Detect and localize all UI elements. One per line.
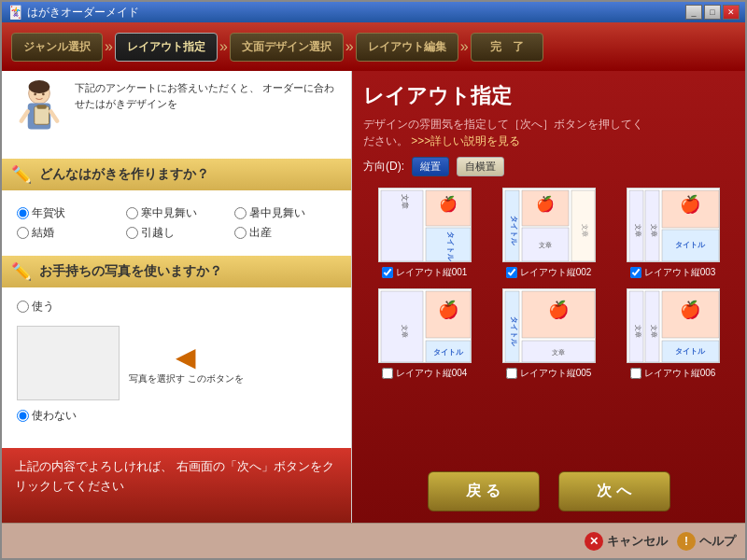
nav-btn-design[interactable]: 文面デザイン選択 [230,33,344,62]
layout-scroll[interactable]: 文章 🍎 タイトル レイアウト縦001 [363,184,734,464]
layout-check-006[interactable] [630,368,641,379]
title-bar: 🃏 はがきオーダーメイド _ □ ✕ [2,2,745,22]
option-use-photo[interactable]: 使う [17,299,336,315]
radio-nengajo[interactable] [17,207,29,219]
bottom-bar: ✕ キャンセル ! ヘルプ [2,523,745,558]
radio-use[interactable] [17,301,29,313]
direction-yoko-button[interactable]: 自横置 [457,157,504,176]
svg-text:文章: 文章 [635,224,641,237]
layout-item-001: 文章 🍎 タイトル レイアウト縦001 [367,188,482,279]
left-scroll-area[interactable]: ✏️ どんなはがきを作りますか？ 年賀状 寒中見舞い [2,155,351,448]
photo-arrow-icon: ◀ [176,342,196,372]
option-no-photo[interactable]: 使わない [17,408,336,424]
svg-text:文章: 文章 [582,224,588,237]
nav-btn-edit[interactable]: レイアウト編集 [356,33,458,62]
direction-row: 方向(D): 縦置 自横置 [363,157,734,176]
help-button[interactable]: ! ヘルプ [677,532,736,551]
svg-text:🍎: 🍎 [438,300,459,320]
cancel-button[interactable]: ✕ キャンセル [585,532,668,551]
layout-item-004: 文章 🍎 タイトル レイアウト縦004 [367,288,482,380]
layout-label-001: レイアウト縦001 [382,266,468,279]
back-button[interactable]: 戻 る [428,471,540,511]
option-kekkon[interactable]: 結婚 [17,225,119,241]
radio-no-use[interactable] [17,410,29,422]
layout-check-001[interactable] [382,267,393,278]
title-bar-left: 🃏 はがきオーダーメイド [7,5,139,21]
svg-text:タイトル: タイトル [446,231,455,262]
right-panel: レイアウト指定 デザインの雰囲気を指定して［次へ］ボタンを押してく ださい。 >… [352,71,745,523]
svg-point-1 [29,80,50,93]
layout-item-003: 文章 文章 🍎 タイトル [615,188,730,279]
bottom-info: 上記の内容でよろしければ、 右画面の「次へ」ボタンをクリックしてください [2,448,351,523]
radio-kekkon[interactable] [17,227,29,239]
maximize-button[interactable]: □ [704,5,721,20]
minimize-button[interactable]: _ [685,5,702,20]
radio-hikkoshi[interactable] [126,227,138,239]
right-title: レイアウト指定 [363,82,734,110]
title-bar-controls: _ □ ✕ [685,5,740,20]
svg-point-6 [42,93,45,96]
close-button[interactable]: ✕ [723,5,740,20]
svg-text:タイトル: タイトル [510,316,518,347]
nav-step-design: 文面デザイン選択 [230,33,344,62]
svg-text:🍎: 🍎 [536,195,555,213]
radio-group-hagaki: 年賀状 寒中見舞い 暑中見舞い 結婚 [17,202,336,245]
svg-line-7 [21,111,28,121]
svg-text:文章: 文章 [539,242,552,248]
svg-text:🍎: 🍎 [439,195,458,213]
direction-tate-button[interactable]: 縦置 [412,157,449,176]
option-hikkoshi[interactable]: 引越し [126,225,228,241]
svg-text:タイトル: タイトル [433,348,464,357]
svg-rect-4 [36,105,47,108]
left-panel: 下記のアンケートにお答えいただくと、 オーダーに合わせたはがきデザインを ✏️ … [2,71,352,523]
svg-line-8 [50,111,57,121]
svg-text:文章: 文章 [651,224,657,237]
radio-kanen[interactable] [126,207,138,219]
photo-btn-text: 写真を選択す このボタンを [129,372,244,385]
photo-box [17,326,120,400]
right-desc: デザインの雰囲気を指定して［次へ］ボタンを押してく ださい。 >>>詳しい説明を… [363,116,734,149]
section2-title: お手持ちの写真を使いますか？ [39,263,222,280]
option-shussan[interactable]: 出産 [234,225,336,241]
cancel-label: キャンセル [607,533,668,550]
nav-arrow-3: » [345,38,354,55]
svg-text:文章: 文章 [552,349,565,356]
layout-label-005: レイアウト縦005 [506,367,592,380]
character-illustration [11,80,67,146]
option-kanen[interactable]: 寒中見舞い [126,205,228,221]
nav-bar: ジャンル選択 » レイアウト指定 » 文面デザイン選択 » レイアウト編集 » … [2,22,745,71]
photo-btn-area: ◀ 写真を選択す このボタンを [129,342,244,385]
layout-thumb-006: 文章 文章 🍎 タイトル [627,288,720,363]
window-title: はがきオーダーメイド [27,5,139,21]
right-desc-link[interactable]: >>>詳しい説明を見る [411,134,520,147]
nav-step-done: 完 了 [471,33,543,62]
nav-btn-layout[interactable]: レイアウト指定 [115,33,218,62]
nav-step-layout: レイアウト指定 [115,33,218,62]
option-shochuu[interactable]: 暑中見舞い [234,205,336,221]
layout-check-004[interactable] [382,368,393,379]
svg-text:文章: 文章 [635,325,641,338]
option-nengajo[interactable]: 年賀状 [17,205,119,221]
nav-btn-genre[interactable]: ジャンル選択 [11,33,103,62]
section1-options: 年賀状 寒中見舞い 暑中見舞い 結婚 [2,194,351,252]
radio-shochuu[interactable] [234,207,247,219]
nav-btn-done[interactable]: 完 了 [471,33,543,62]
section1-title: どんなはがきを作りますか？ [39,166,209,183]
layout-thumb-001: 文章 🍎 タイトル [378,188,472,262]
layout-label-004: レイアウト縦004 [382,367,468,380]
right-desc-line2: ださい。 [363,134,408,147]
help-label: ヘルプ [699,533,736,550]
layout-label-002: レイアウト縦002 [506,266,592,279]
radio-shussan[interactable] [234,227,247,239]
layout-label-003: レイアウト縦003 [630,266,716,279]
nav-step-edit: レイアウト編集 [356,33,458,62]
svg-text:🍎: 🍎 [680,300,701,320]
svg-text:文章: 文章 [651,325,657,338]
layout-check-002[interactable] [506,267,517,278]
layout-item-002: タイトル 🍎 文章 文章 [491,188,606,279]
layout-check-003[interactable] [630,267,641,278]
svg-text:🍎: 🍎 [548,300,570,320]
layout-check-005[interactable] [506,368,517,379]
nav-buttons: 戻 る 次 へ [363,471,734,511]
next-button[interactable]: 次 へ [558,471,670,511]
